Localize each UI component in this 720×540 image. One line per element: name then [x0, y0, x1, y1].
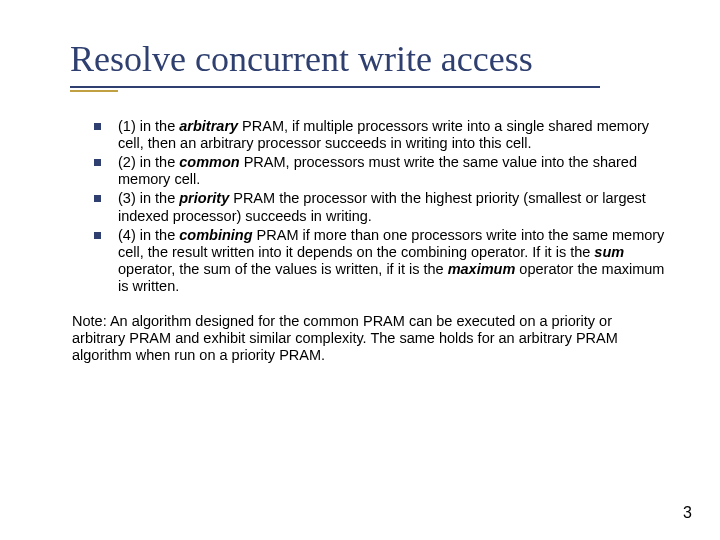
bullet-text-em: priority — [179, 190, 229, 206]
list-item: (1) in the arbitrary PRAM, if multiple p… — [92, 118, 670, 152]
list-item: (2) in the common PRAM, processors must … — [92, 154, 670, 188]
bullet-text-post2: operator, the sum of the values is writt… — [118, 261, 448, 277]
bullet-list: (1) in the arbitrary PRAM, if multiple p… — [92, 118, 670, 295]
slide-title: Resolve concurrent write access — [70, 38, 670, 80]
slide: Resolve concurrent write access (1) in t… — [0, 0, 720, 540]
bullet-text-em: combining — [179, 227, 252, 243]
bullet-text-em2: sum — [594, 244, 624, 260]
list-item: (3) in the priority PRAM the processor w… — [92, 190, 670, 224]
underline-short — [70, 90, 118, 92]
bullet-text-pre: (4) in the — [118, 227, 179, 243]
bullet-text-em3: maximum — [448, 261, 516, 277]
bullet-text-pre: (1) in the — [118, 118, 179, 134]
underline-long — [70, 86, 600, 88]
title-underline — [70, 84, 670, 94]
bullet-text-em: arbitrary — [179, 118, 238, 134]
bullet-text-em: common — [179, 154, 239, 170]
bullet-text-pre: (3) in the — [118, 190, 179, 206]
note-text: Note: An algorithm designed for the comm… — [72, 313, 660, 364]
bullet-text-pre: (2) in the — [118, 154, 179, 170]
list-item: (4) in the combining PRAM if more than o… — [92, 227, 670, 295]
page-number: 3 — [683, 504, 692, 522]
